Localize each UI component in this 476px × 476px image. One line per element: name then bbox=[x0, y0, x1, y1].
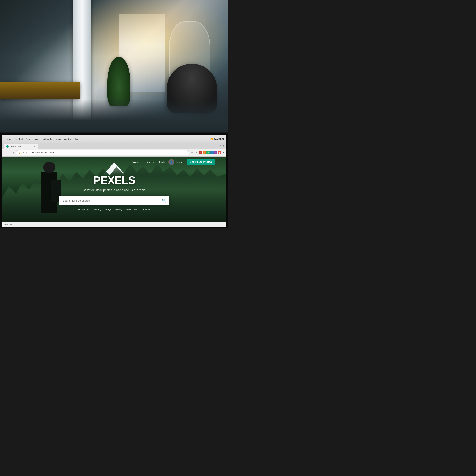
user-avatar[interactable]: 👤 bbox=[168, 159, 174, 165]
tag-suggestions: house blur training vintage meeting phon… bbox=[78, 208, 150, 211]
address-bar-actions: ☆ ◁ P ⚙ ✓ i ◈ ▣ ✕ bbox=[190, 151, 224, 154]
wifi-icon: 📶 bbox=[210, 138, 213, 140]
ext-icon-2[interactable]: ⚙ bbox=[203, 151, 206, 154]
chrome-menu-help[interactable]: Help bbox=[74, 138, 79, 140]
reload-button[interactable]: ↻ bbox=[13, 151, 15, 154]
tab-title: pexels.com bbox=[10, 145, 21, 148]
chrome-right-icons: 📶 Wed 16:15 bbox=[210, 138, 224, 140]
status-bar: Searches bbox=[2, 222, 226, 227]
chrome-menu-bookmarks[interactable]: Bookmarks bbox=[42, 138, 52, 140]
search-container: 🔍 bbox=[59, 196, 169, 205]
more-options-icon[interactable]: ⋯ bbox=[218, 160, 222, 164]
url-display: https://www.pexels.com bbox=[32, 152, 53, 154]
nav-license[interactable]: License bbox=[146, 161, 155, 164]
ext-icon-6[interactable]: ▣ bbox=[218, 151, 221, 154]
address-bar[interactable]: 🔒 Secure | https://www.pexels.com bbox=[16, 150, 189, 155]
hero-tagline: Best free stock photos in one place. Lea… bbox=[83, 188, 146, 192]
tag-house[interactable]: house bbox=[78, 208, 85, 211]
tab-close-icon[interactable]: ✕ bbox=[34, 145, 36, 148]
secure-label: Secure bbox=[21, 152, 28, 154]
chrome-menu-view[interactable]: View bbox=[26, 138, 30, 140]
nav-username[interactable]: Daniel bbox=[176, 161, 183, 164]
tab-menu-icon[interactable]: ⊞ bbox=[222, 144, 224, 147]
chrome-menu-items: hrome File Edit View History Bookmarks P… bbox=[5, 138, 79, 140]
tab-bar: pexels.com ✕ + ⊞ bbox=[2, 143, 226, 149]
forward-button[interactable]: → bbox=[8, 151, 11, 154]
user-section: 👤 Daniel bbox=[168, 159, 183, 165]
active-tab[interactable]: pexels.com ✕ bbox=[4, 144, 38, 149]
tag-meeting[interactable]: meeting bbox=[114, 208, 122, 211]
plant-element bbox=[107, 57, 130, 106]
reading-mode-icon[interactable]: ◁ bbox=[195, 151, 198, 154]
ext-icon-4[interactable]: i bbox=[210, 151, 214, 154]
address-bar-row: ← → ↻ 🔒 Secure | https://www.pexels.com … bbox=[2, 149, 226, 156]
chrome-menu-hrome[interactable]: hrome bbox=[5, 138, 11, 140]
tag-wood[interactable]: wood bbox=[134, 208, 139, 211]
learn-more-link[interactable]: Learn more bbox=[131, 188, 146, 192]
extension-icons: P ⚙ ✓ i ◈ ▣ bbox=[199, 151, 221, 154]
chrome-menu-people[interactable]: People bbox=[55, 138, 61, 140]
system-time: Wed 16:15 bbox=[214, 138, 224, 140]
chrome-menu-bar: hrome File Edit View History Bookmarks P… bbox=[2, 135, 226, 143]
status-text: Searches bbox=[4, 223, 12, 225]
nav-tools[interactable]: Tools bbox=[158, 161, 165, 164]
pexels-navbar: Browse License Tools 👤 Daniel Contribute… bbox=[2, 156, 226, 168]
back-button[interactable]: ← bbox=[4, 151, 7, 154]
chrome-menu-file[interactable]: File bbox=[13, 138, 17, 140]
chrome-menu-window[interactable]: Window bbox=[64, 138, 71, 140]
new-tab-icon[interactable]: + bbox=[220, 144, 221, 147]
ext-icon-5[interactable]: ◈ bbox=[214, 151, 218, 154]
ext-icon-3[interactable]: ✓ bbox=[206, 151, 210, 154]
tag-more[interactable]: more → bbox=[142, 208, 150, 211]
tag-training[interactable]: training bbox=[94, 208, 101, 211]
separator: | bbox=[29, 152, 30, 154]
monitor-bezel: hrome File Edit View History Bookmarks P… bbox=[0, 133, 228, 228]
tag-vintage[interactable]: vintage bbox=[104, 208, 111, 211]
close-tab-icon[interactable]: ✕ bbox=[222, 151, 224, 154]
nav-browse[interactable]: Browse bbox=[131, 161, 142, 164]
pexels-logo: PEXELS bbox=[93, 174, 135, 187]
tagline-text: Best free stock photos in one place. bbox=[83, 188, 130, 192]
hero-content: PEXELS Best free stock photos in one pla… bbox=[2, 168, 226, 211]
tag-blur[interactable]: blur bbox=[87, 208, 91, 211]
avatar-icon: 👤 bbox=[170, 161, 173, 164]
bookmark-star-icon[interactable]: ☆ bbox=[190, 151, 194, 154]
tag-phone[interactable]: phone bbox=[125, 208, 131, 211]
background-photo bbox=[0, 0, 228, 142]
outer-frame: hrome File Edit View History Bookmarks P… bbox=[0, 0, 228, 228]
pexels-hero-background: hrome File Edit View History Bookmarks P… bbox=[2, 135, 226, 227]
search-input[interactable] bbox=[59, 196, 169, 205]
search-icon[interactable]: 🔍 bbox=[162, 199, 166, 203]
desk-element bbox=[0, 82, 80, 99]
screen-content: hrome File Edit View History Bookmarks P… bbox=[2, 135, 226, 227]
contribute-photos-button[interactable]: Contribute Photos bbox=[187, 159, 215, 165]
ext-pinterest-icon[interactable]: P bbox=[199, 151, 202, 154]
secure-icon: 🔒 bbox=[18, 152, 20, 154]
chrome-menu-edit[interactable]: Edit bbox=[19, 138, 23, 140]
tab-controls: + ⊞ bbox=[220, 144, 224, 147]
chrome-menu-history[interactable]: History bbox=[33, 138, 39, 140]
tab-favicon bbox=[6, 145, 9, 148]
